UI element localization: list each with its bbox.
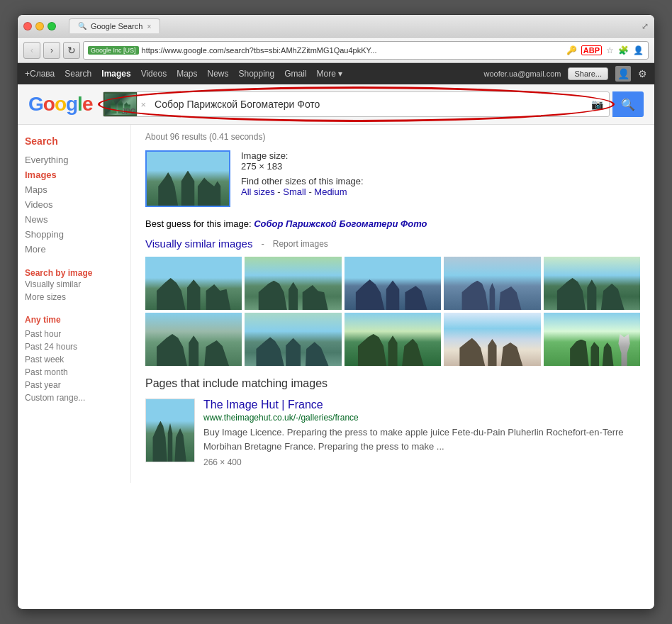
result-info: The Image Hut | France www.theimagehut.c… [203,399,640,467]
sidebar-item-everything[interactable]: Everything [25,152,123,167]
logo-o2: o [55,93,66,115]
medium-link[interactable]: Medium [314,186,347,197]
image-size-text: Image size: 275 × 183 [241,150,364,172]
similar-image-2[interactable] [245,257,341,310]
image-size-value: 275 × 183 [241,161,282,172]
sidebar-past-hour[interactable]: Past hour [25,328,123,340]
sidebar-item-news[interactable]: News [25,212,123,227]
star-icon[interactable]: ☆ [606,45,614,55]
similar-image-10[interactable] [544,313,640,366]
user-email: woofer.ua@gmail.com [483,69,561,78]
toolbar-maps[interactable]: Maps [177,69,197,79]
similar-image-4[interactable] [444,257,540,310]
visually-similar-link[interactable]: Visually similar images [145,238,252,250]
sidebar-past-month[interactable]: Past month [25,366,123,379]
extensions-icon[interactable]: 🧩 [618,45,629,55]
building-silhouette [152,334,235,366]
key-icon: 🔑 [566,45,577,55]
camera-icon[interactable]: 📷 [586,99,609,110]
toolbar-search[interactable]: Search [65,69,91,79]
search-thumbnail: JPG [103,92,138,116]
find-other-label: Find other sizes of this image: [241,176,364,186]
back-button[interactable]: ‹ [23,42,40,59]
toolbar-images[interactable]: Images [101,69,130,79]
resize-icon: ⤢ [642,21,649,31]
logo-e: e [82,93,93,115]
tab-close-icon[interactable]: × [147,23,151,30]
forward-button[interactable]: › [43,42,60,59]
share-button[interactable]: Share... [568,67,608,80]
url-text: https://www.google.com/search?tbs=sbi:AM… [142,46,561,55]
result-item-1: The Image Hut | France www.theimagehut.c… [145,399,640,467]
any-time-label: Any time [25,315,123,325]
toolbar-more[interactable]: More ▾ [317,69,343,79]
similar-image-9[interactable] [444,313,540,366]
image-row-2 [145,313,640,366]
report-images-link[interactable]: Report images [273,239,328,249]
similar-image-5[interactable] [544,257,640,310]
sidebar-item-images[interactable]: Images [25,167,123,182]
best-guess: Best guess for this image: Собор Парижск… [145,218,640,229]
nav-bar: ‹ › ↻ Google Inc [US] https://www.google… [18,38,654,63]
building-silhouette [459,281,526,310]
all-sizes-link[interactable]: All sizes [241,186,275,197]
window-controls [23,22,56,30]
close-icon[interactable]: × [138,99,149,110]
jpg-label: JPG [121,108,135,116]
visually-similar-header: Visually similar images - Report images [145,238,640,250]
small-link[interactable]: Small [283,186,306,197]
similar-image-3[interactable] [345,257,441,310]
browser-tab[interactable]: 🔍 Google Search × [69,18,160,33]
browser-window: 🔍 Google Search × ⤢ ‹ › ↻ Google Inc [US… [17,14,655,610]
user-avatar[interactable]: 👤 [615,66,631,82]
sidebar-past-24h[interactable]: Past 24 hours [25,340,123,353]
maximize-button[interactable] [47,22,56,30]
toolbar-news[interactable]: News [207,69,228,79]
main-image-thumbnail [145,150,230,207]
result-title-link[interactable]: The Image Hut | France [203,399,640,411]
result-building-silhouette [151,421,189,462]
search-wrapper: JPG × 📷 🔍 [103,91,644,117]
building-silhouette [354,334,431,366]
similar-image-7[interactable] [245,313,341,366]
toolbar-right: woofer.ua@gmail.com Share... 👤 ⚙ [483,66,647,82]
logo-o1: o [43,93,55,115]
close-button[interactable] [23,22,32,30]
url-bar[interactable]: Google Inc [US] https://www.google.com/s… [83,41,649,60]
sidebar-item-maps[interactable]: Maps [25,182,123,197]
best-guess-link[interactable]: Собор Парижской Богоматери Фото [254,218,427,229]
building-silhouette [568,340,616,367]
sidebar-more-sizes[interactable]: More sizes [25,291,123,303]
sidebar-item-shopping[interactable]: Shopping [25,227,123,242]
ssl-badge: Google Inc [US] [88,46,139,55]
image-row-1 [145,257,640,310]
toolbar-slava[interactable]: +Слава [25,69,55,79]
settings-gear-icon[interactable]: ⚙ [638,68,647,79]
similar-image-8[interactable] [345,313,441,366]
result-url: www.theimagehut.co.uk/-/galleries/france [203,413,640,423]
image-size-label: Image size: [241,150,288,161]
search-by-image-label: Search by image [25,268,123,278]
similar-image-6[interactable] [145,313,242,366]
similar-image-1[interactable] [145,257,242,310]
toolbar-shopping[interactable]: Shopping [239,69,275,79]
search-bar-area: Google JPG × 📷 🔍 [18,84,654,125]
result-dimension: 266 × 400 [203,457,640,467]
logo-g2: g [66,93,77,115]
search-text-input[interactable] [149,99,586,110]
sidebar-visually-similar[interactable]: Visually similar [25,278,123,291]
pages-section: Pages that include matching images The I… [145,377,640,467]
toolbar-videos[interactable]: Videos [141,69,167,79]
profile-icon[interactable]: 👤 [633,45,644,55]
toolbar-gmail[interactable]: Gmail [284,69,306,79]
search-submit-button[interactable]: 🔍 [612,91,644,117]
minimize-button[interactable] [35,22,44,30]
refresh-button[interactable]: ↻ [63,42,80,59]
sidebar-past-year[interactable]: Past year [25,379,123,391]
pages-heading: Pages that include matching images [145,377,640,390]
sidebar-item-more[interactable]: More [25,242,123,257]
sidebar-item-videos[interactable]: Videos [25,197,123,212]
sidebar-custom-range[interactable]: Custom range... [25,391,123,404]
sidebar-past-week[interactable]: Past week [25,353,123,366]
dash-separator: - [261,238,264,249]
